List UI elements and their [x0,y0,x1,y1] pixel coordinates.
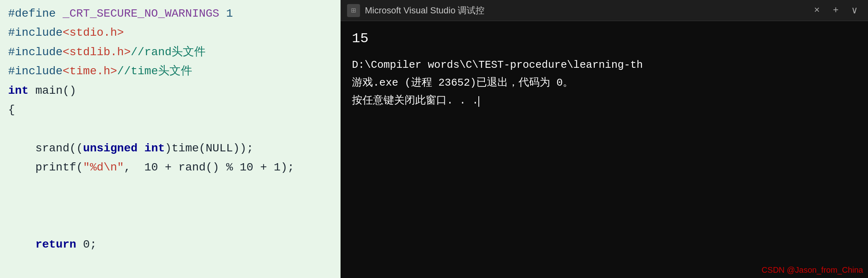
func-main: main() [28,82,76,99]
code-line-7 [0,119,341,138]
keyword-return: return [35,236,76,253]
console-output-number: 15 [352,31,857,46]
add-button[interactable]: + [829,3,842,17]
code-line-8: srand((unsigned int)time(NULL)); [0,139,341,158]
space2 [137,140,144,157]
console-body: 15 D:\Compiler words\C\TEST-procedure\le… [341,21,868,278]
return-val: 0; [76,236,96,253]
printf-args: , 10 + rand() % 10 + 1); [124,159,294,176]
srand-call: srand(( [8,140,83,157]
keyword-int2: int [144,140,165,157]
console-titlebar: ⊞ Microsoft Visual Studio 调试控 × + ∨ [341,0,868,21]
include-file1: stdio.h [69,24,117,41]
code-panel: #define _CRT_SECURE_NO_WARNINGS 1 #inclu… [0,0,341,278]
preprocessor-include2: #include [8,43,62,61]
vs-icon-symbol: ⊞ [351,5,356,15]
path-line1: D:\Compiler words\C\TEST-procedure\learn… [352,59,643,71]
chevron-down-button[interactable]: ∨ [848,3,862,18]
return-stmt [8,236,35,253]
preprocessor-define: #define [8,5,62,22]
console-panel: ⊞ Microsoft Visual Studio 调试控 × + ∨ 15 D… [341,0,868,278]
console-output-path: D:\Compiler words\C\TEST-procedure\learn… [352,56,857,110]
angle-bracket2: < [62,43,69,61]
path-line2: 游戏.exe (进程 23652)已退出，代码为 0。 [352,77,573,89]
angle-bracket2-close: > [124,43,131,61]
macro-name: _CRT_SECURE_NO_WARNINGS [62,5,219,22]
cursor [478,96,479,107]
code-line-10 [0,177,341,196]
angle-bracket1-close: > [117,24,124,41]
path-line3: 按任意键关闭此窗口. . . [352,95,479,107]
code-line-12 [0,216,341,235]
srand-rest: )time(NULL)); [165,140,253,157]
keyword-int: int [8,82,28,99]
comment2: //time头文件 [117,62,192,80]
space [219,5,226,22]
preprocessor-include1: #include [8,24,62,41]
code-line-6: { [0,100,341,119]
code-line-13: return 0; [0,235,341,254]
code-line-1: #define _CRT_SECURE_NO_WARNINGS 1 [0,4,341,23]
include-file3: time.h [69,62,110,80]
code-line-2: #include<stdio.h> [0,23,341,42]
console-app-icon: ⊞ [347,4,360,17]
angle-bracket3: < [62,62,69,80]
comment1: //rand头文件 [131,43,206,61]
close-button[interactable]: × [810,3,824,17]
angle-bracket3-close: > [110,62,117,80]
printf-string: "%d\n" [83,159,124,176]
code-line-4: #include<time.h>//time头文件 [0,62,341,81]
angle-bracket1: < [62,24,69,41]
printf-start: printf( [8,159,83,176]
code-line-9: printf("%d\n", 10 + rand() % 10 + 1); [0,158,341,177]
console-title: Microsoft Visual Studio 调试控 [365,4,805,17]
code-line-3: #include<stdlib.h>//rand头文件 [0,43,341,62]
code-line-5: int main() [0,81,341,100]
include-file2: stdlib.h [69,43,124,61]
keyword-unsigned: unsigned [83,140,137,157]
preprocessor-include3: #include [8,62,62,80]
press-any-key: 按任意键关闭此窗口. . . [352,95,478,107]
code-line-11 [0,196,341,216]
brace-open: { [8,101,15,119]
csdn-watermark: CSDN @Jason_from_China [762,265,863,275]
macro-val: 1 [226,5,233,22]
